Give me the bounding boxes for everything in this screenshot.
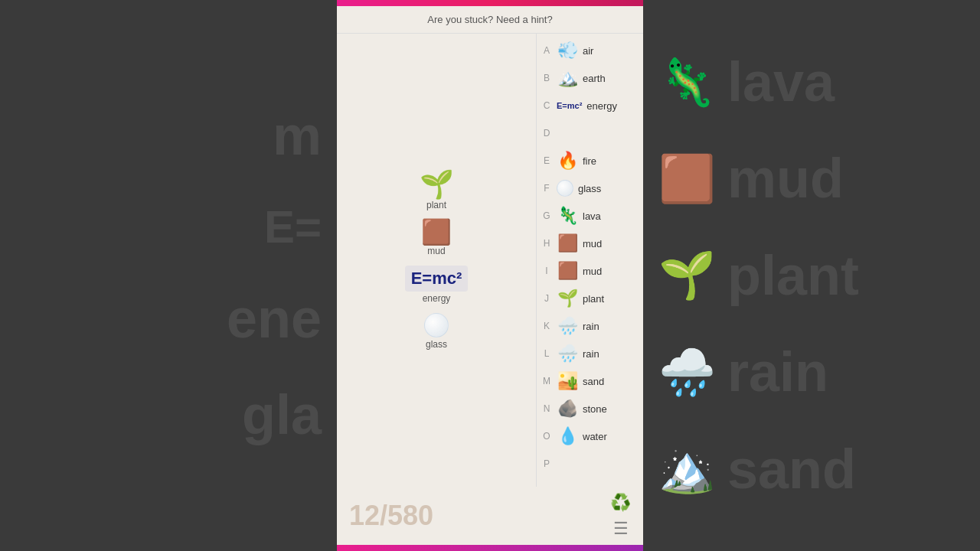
hint-row-n[interactable]: N 🪨 stone — [537, 395, 643, 422]
hint-row-h[interactable]: H 🟫 mud — [537, 230, 643, 257]
hint-row-i[interactable]: I 🟫 mud — [537, 257, 643, 285]
hint-letter-o: O — [541, 431, 552, 442]
hint-row-q[interactable]: Q — [537, 478, 643, 487]
hint-letter-m: M — [541, 376, 552, 386]
hint-name-sand: sand — [583, 376, 604, 387]
hint-name-earth: earth — [583, 73, 606, 84]
counter: 12/580 — [349, 500, 433, 532]
hint-letter-g: G — [541, 210, 552, 221]
bg-mud-text: mud — [727, 145, 844, 211]
hint-letter-p: P — [541, 458, 552, 469]
bg-sand-icon: 🏔️ — [658, 442, 716, 496]
bg-rain-text: rain — [727, 339, 828, 405]
hint-icon-plant: 🌱 — [557, 289, 578, 308]
element-glass[interactable]: glass — [424, 313, 449, 350]
hint-row-m[interactable]: M 🏜️ sand — [537, 367, 643, 395]
hint-row-b[interactable]: B 🏔️ earth — [537, 64, 643, 92]
bg-row-lava: 🦎 lava — [658, 49, 835, 115]
hint-letter-n: N — [541, 403, 552, 414]
glass-label: glass — [426, 339, 447, 350]
hint-letter-i: I — [541, 266, 552, 276]
hint-name-rain-k: rain — [583, 321, 599, 332]
mud-label: mud — [427, 246, 445, 256]
energy-label: energy — [423, 293, 451, 304]
hint-row-f[interactable]: F glass — [537, 174, 643, 202]
recycle-icon[interactable]: ♻️ — [610, 493, 631, 513]
hint-letter-l: L — [541, 348, 552, 359]
background-right: 🦎 lava 🟫 mud 🌱 plant 🌧️ rain 🏔️ sand — [643, 0, 980, 551]
bg-text-gla: gla — [242, 382, 322, 448]
hint-icon-lava: 🦎 — [557, 206, 578, 226]
plant-label: plant — [426, 200, 446, 210]
hint-name-rain-l: rain — [583, 348, 599, 360]
bg-plant-text: plant — [727, 243, 859, 308]
elements-grid: 🌱 plant 🟫 mud E=mc² energy glass — [337, 34, 536, 487]
hint-name-energy: energy — [586, 100, 617, 112]
element-energy[interactable]: E=mc² energy — [405, 266, 469, 304]
hint-icon-glass — [557, 180, 573, 197]
hint-name-mud-i: mud — [583, 266, 602, 277]
hint-icon-fire: 🔥 — [557, 151, 578, 171]
hint-icon-earth: 🏔️ — [557, 68, 578, 88]
hint-row-a[interactable]: A 💨 air — [537, 37, 643, 64]
hint-list: A 💨 air B 🏔️ earth C E=mc² energy D — [536, 34, 643, 487]
main-panel: Are you stuck? Need a hint? 🌱 plant 🟫 mu… — [337, 0, 643, 551]
bottom-bar — [337, 545, 643, 551]
toolbar-icons: ♻️ ☰ — [610, 493, 631, 539]
hint-name-glass: glass — [578, 183, 601, 194]
hint-text: Are you stuck? Need a hint? — [427, 14, 552, 25]
hint-name-plant: plant — [583, 293, 604, 305]
hint-name-air: air — [583, 45, 593, 57]
hint-row-c[interactable]: C E=mc² energy — [537, 92, 643, 119]
hint-row-g[interactable]: G 🦎 lava — [537, 202, 643, 230]
hint-row-e[interactable]: E 🔥 fire — [537, 147, 643, 174]
hint-letter-e: E — [541, 155, 552, 166]
hint-icon-mud: 🟫 — [557, 233, 578, 253]
bg-mud-icon: 🟫 — [658, 152, 716, 206]
element-mud[interactable]: 🟫 mud — [421, 220, 452, 256]
bottom-area: 12/580 ♻️ ☰ — [337, 487, 643, 551]
mud-icon: 🟫 — [421, 220, 452, 244]
element-plant[interactable]: 🌱 plant — [420, 171, 454, 210]
hint-icon-stone: 🪨 — [557, 399, 578, 419]
hint-name-lava: lava — [583, 210, 601, 222]
content-area: 🌱 plant 🟫 mud E=mc² energy glass — [337, 34, 643, 487]
bg-row-rain: 🌧️ rain — [658, 339, 828, 405]
hint-icon-sand: 🏜️ — [557, 371, 578, 391]
hint-icon-rain-k: 🌧️ — [557, 316, 578, 336]
bg-row-mud: 🟫 mud — [658, 145, 844, 211]
bg-plant-icon: 🌱 — [658, 248, 716, 302]
background-left: m E= ene gla — [0, 0, 337, 551]
hint-row-l[interactable]: L 🌧️ rain — [537, 340, 643, 367]
plant-icon: 🌱 — [420, 171, 454, 198]
bg-lava-icon: 🦎 — [658, 55, 716, 109]
hint-row-d[interactable]: D — [537, 119, 643, 147]
hint-icon-rain-l: 🌧️ — [557, 344, 578, 364]
hint-letter-h: H — [541, 238, 552, 249]
bg-sand-text: sand — [727, 436, 856, 502]
hint-letter-f: F — [541, 183, 552, 194]
hint-row-k[interactable]: K 🌧️ rain — [537, 312, 643, 340]
hint-icon-water: 💧 — [557, 426, 578, 446]
menu-icon[interactable]: ☰ — [613, 519, 629, 539]
hint-letter-j: J — [541, 293, 552, 304]
hint-letter-c: C — [541, 100, 552, 111]
top-bar — [337, 0, 643, 6]
bg-text-m: m — [273, 103, 322, 168]
bg-row-plant: 🌱 plant — [658, 243, 859, 308]
hint-row-p[interactable]: P — [537, 450, 643, 478]
hint-letter-d: D — [541, 128, 552, 139]
hint-letter-k: K — [541, 321, 552, 331]
energy-icon: E=mc² — [405, 266, 469, 292]
hint-letter-b: B — [541, 73, 552, 83]
glass-icon — [424, 313, 449, 337]
hint-row-j[interactable]: J 🌱 plant — [537, 285, 643, 312]
bg-text-ene: ene — [227, 285, 322, 351]
hint-name-fire: fire — [583, 155, 596, 167]
hint-name-water: water — [583, 431, 607, 442]
hint-bar: Are you stuck? Need a hint? — [337, 6, 643, 34]
bg-text-e: E= — [264, 200, 322, 255]
bg-row-sand: 🏔️ sand — [658, 436, 856, 502]
hint-name-stone: stone — [583, 403, 607, 415]
hint-row-o[interactable]: O 💧 water — [537, 422, 643, 450]
